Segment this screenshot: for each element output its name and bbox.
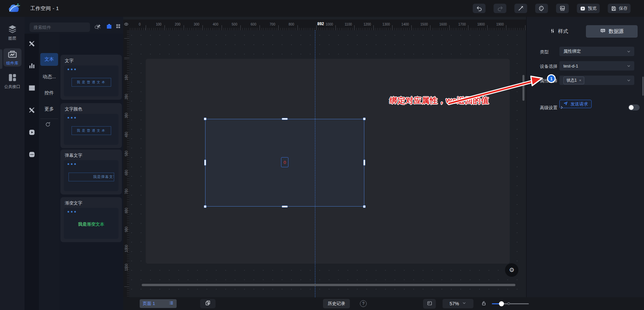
tab-dynamic[interactable]: 动态... bbox=[40, 71, 58, 83]
component-search-row bbox=[25, 17, 123, 34]
resize-handle-nw[interactable] bbox=[204, 118, 206, 120]
component-card-list: 文字 我 是 普 通 文 本 文字颜色 我 是 普 通 文 本 弹幕文字 我是弹… bbox=[59, 34, 123, 310]
left-rail: 图层 组件库 公共接口 bbox=[0, 17, 25, 310]
component-market-icon[interactable] bbox=[106, 24, 112, 29]
component-card-text[interactable]: 文字 我 是 普 通 文 本 bbox=[60, 55, 122, 100]
panel-layout-icon bbox=[427, 301, 432, 307]
card-preview: 我是弹幕文字 bbox=[64, 160, 119, 191]
style-tab-label: 样式 bbox=[558, 28, 568, 35]
sidebar-item-layers[interactable]: 图层 bbox=[0, 21, 25, 43]
zoom-slider-knob[interactable] bbox=[499, 301, 504, 306]
category-table-icon[interactable] bbox=[26, 82, 38, 94]
component-panel: 文本 动态... 控件 更多 文字 我 是 普 通 文 本 文字颜色 我 是 普… bbox=[25, 17, 123, 310]
resize-handle-ne[interactable] bbox=[363, 118, 366, 120]
resize-handle-s[interactable] bbox=[282, 206, 288, 208]
card-title: 弹幕文字 bbox=[65, 152, 82, 159]
panel-drawer-handle[interactable] bbox=[0, 49, 2, 69]
pin-icon[interactable] bbox=[96, 24, 101, 29]
sidebar-item-public-api[interactable]: 公共接口 bbox=[0, 70, 25, 91]
toggle-knob bbox=[629, 105, 634, 110]
magic-wand-button[interactable] bbox=[514, 4, 527, 13]
lock-icon[interactable] bbox=[481, 300, 487, 306]
category-more-icon[interactable] bbox=[26, 149, 38, 160]
annotation-step-badge: 1 bbox=[547, 74, 556, 83]
component-card-text-color[interactable]: 文字颜色 我 是 普 通 文 本 bbox=[60, 103, 122, 148]
grid-view-icon[interactable] bbox=[116, 24, 121, 29]
tag-remove-icon[interactable]: × bbox=[579, 78, 581, 82]
panel-toggle-button[interactable] bbox=[423, 299, 436, 309]
ruler-tick-label: 600 bbox=[125, 170, 128, 176]
device-select[interactable]: test-d-1 bbox=[559, 61, 634, 71]
tab-text[interactable]: 文本 bbox=[40, 53, 58, 66]
eye-icon[interactable] bbox=[124, 22, 129, 28]
snapshot-button[interactable] bbox=[556, 4, 569, 13]
subcategory-column: 文本 动态... 控件 更多 bbox=[39, 34, 59, 310]
category-design-icon[interactable] bbox=[26, 38, 38, 49]
bound-value-box[interactable]: 0 bbox=[281, 157, 288, 167]
resize-handle-se[interactable] bbox=[363, 205, 366, 208]
preview-dots bbox=[67, 211, 76, 213]
redo-button[interactable] bbox=[494, 4, 506, 13]
chevron-down-icon bbox=[462, 301, 466, 306]
component-card-gradient[interactable]: 渐变文字 我是渐变文本 bbox=[60, 197, 122, 242]
card-title: 文字 bbox=[65, 58, 74, 64]
gear-icon: ⚙ bbox=[509, 266, 514, 274]
vertical-scrollbar[interactable] bbox=[522, 75, 524, 101]
tab-data-source[interactable]: 数据源 bbox=[586, 25, 638, 38]
resize-handle-n[interactable] bbox=[282, 118, 288, 120]
search-input[interactable] bbox=[30, 25, 94, 30]
ruler-tick-label: 200 bbox=[125, 94, 128, 100]
canvas[interactable]: 0100200300400500600700800100011001200130… bbox=[123, 17, 526, 297]
preview-dots bbox=[67, 69, 76, 70]
add-page-button[interactable] bbox=[200, 299, 216, 308]
panel-scrollbar[interactable] bbox=[642, 77, 644, 96]
zoom-select[interactable]: 57% bbox=[443, 299, 473, 308]
sidebar-item-components[interactable]: 组件库 bbox=[0, 45, 25, 69]
save-icon bbox=[611, 6, 616, 11]
page-1-button[interactable]: 页面 1 bbox=[140, 299, 177, 308]
help-button[interactable]: ? bbox=[360, 300, 367, 307]
undo-button[interactable] bbox=[473, 4, 486, 13]
page-menu-icon[interactable] bbox=[169, 301, 174, 307]
preview-dots bbox=[67, 117, 76, 119]
attribute-select[interactable]: 状态1 × bbox=[559, 76, 634, 85]
layers-icon bbox=[7, 25, 17, 35]
advanced-toggle[interactable] bbox=[628, 104, 640, 110]
category-rail bbox=[25, 34, 39, 310]
palette-icon bbox=[539, 5, 545, 11]
canvas-settings-fab[interactable]: ⚙ bbox=[505, 263, 518, 277]
category-media-icon[interactable] bbox=[26, 127, 38, 138]
resize-handle-sw[interactable] bbox=[204, 205, 206, 208]
attribute-tag-label: 状态1 bbox=[566, 78, 577, 83]
zoom-slider[interactable] bbox=[492, 303, 529, 304]
ruler-tick-label: 600 bbox=[251, 23, 257, 26]
category-design2-icon[interactable] bbox=[26, 104, 38, 116]
tab-controls[interactable]: 控件 bbox=[40, 87, 58, 99]
component-card-danmaku[interactable]: 弹幕文字 我是弹幕文字 bbox=[60, 149, 122, 194]
history-button[interactable]: 历史记录 bbox=[323, 299, 350, 308]
resize-handle-e[interactable] bbox=[363, 160, 365, 166]
add-page-icon bbox=[205, 300, 211, 307]
preview-button[interactable]: 预览 bbox=[577, 4, 600, 13]
theme-button[interactable] bbox=[535, 4, 548, 13]
refresh-icon[interactable] bbox=[45, 122, 51, 127]
play-icon bbox=[580, 6, 586, 11]
ruler-corner bbox=[123, 19, 129, 30]
category-chart-icon[interactable] bbox=[26, 60, 38, 72]
preview-text: 我 是 普 通 文 本 bbox=[72, 78, 111, 87]
card-title: 渐变文字 bbox=[65, 200, 82, 206]
type-value: 属性绑定 bbox=[563, 48, 581, 54]
send-request-button[interactable]: 发送请求 bbox=[559, 100, 592, 108]
type-select[interactable]: 属性绑定 bbox=[559, 47, 634, 56]
layers-label: 图层 bbox=[8, 36, 16, 40]
zoom-value: 57% bbox=[450, 301, 459, 306]
horizontal-scrollbar[interactable] bbox=[142, 284, 515, 286]
tab-more[interactable]: 更多 bbox=[40, 103, 58, 116]
component-search-box bbox=[30, 23, 90, 32]
topbar-actions: 预览 保存 bbox=[473, 4, 631, 13]
resize-handle-w[interactable] bbox=[204, 160, 206, 166]
data-source-tab-icon bbox=[600, 28, 606, 35]
tab-style[interactable]: 样式 bbox=[534, 25, 584, 38]
public-api-label: 公共接口 bbox=[4, 85, 20, 89]
save-button[interactable]: 保存 bbox=[608, 4, 631, 13]
